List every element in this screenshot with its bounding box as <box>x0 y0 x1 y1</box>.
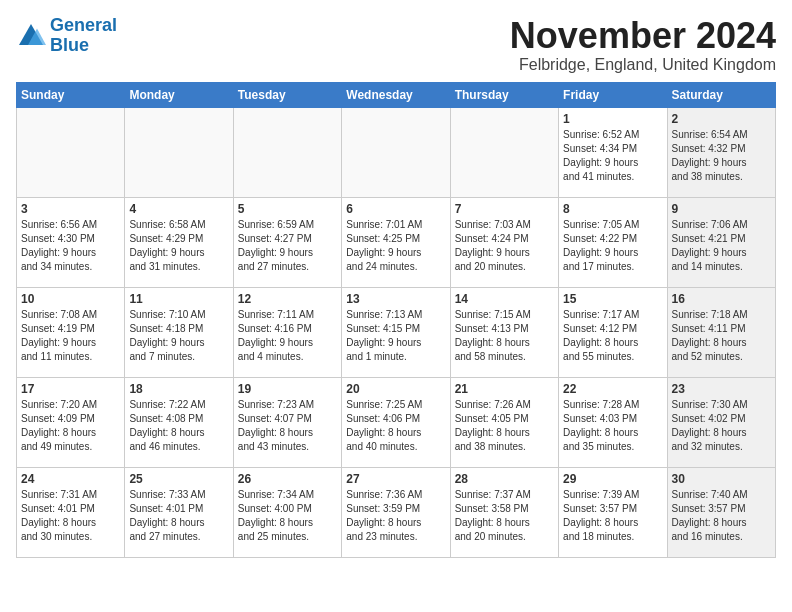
calendar-cell: 2Sunrise: 6:54 AM Sunset: 4:32 PM Daylig… <box>667 107 775 197</box>
calendar-cell: 8Sunrise: 7:05 AM Sunset: 4:22 PM Daylig… <box>559 197 667 287</box>
day-number: 6 <box>346 202 445 216</box>
calendar-cell: 29Sunrise: 7:39 AM Sunset: 3:57 PM Dayli… <box>559 467 667 557</box>
day-number: 5 <box>238 202 337 216</box>
day-number: 26 <box>238 472 337 486</box>
day-info: Sunrise: 7:11 AM Sunset: 4:16 PM Dayligh… <box>238 308 337 364</box>
week-row-0: 1Sunrise: 6:52 AM Sunset: 4:34 PM Daylig… <box>17 107 776 197</box>
day-number: 29 <box>563 472 662 486</box>
calendar-cell: 14Sunrise: 7:15 AM Sunset: 4:13 PM Dayli… <box>450 287 558 377</box>
day-number: 24 <box>21 472 120 486</box>
day-number: 14 <box>455 292 554 306</box>
day-number: 21 <box>455 382 554 396</box>
day-info: Sunrise: 7:20 AM Sunset: 4:09 PM Dayligh… <box>21 398 120 454</box>
day-info: Sunrise: 6:56 AM Sunset: 4:30 PM Dayligh… <box>21 218 120 274</box>
calendar-cell: 15Sunrise: 7:17 AM Sunset: 4:12 PM Dayli… <box>559 287 667 377</box>
day-number: 18 <box>129 382 228 396</box>
day-info: Sunrise: 6:54 AM Sunset: 4:32 PM Dayligh… <box>672 128 771 184</box>
day-number: 2 <box>672 112 771 126</box>
day-number: 1 <box>563 112 662 126</box>
calendar-cell: 13Sunrise: 7:13 AM Sunset: 4:15 PM Dayli… <box>342 287 450 377</box>
calendar-cell: 17Sunrise: 7:20 AM Sunset: 4:09 PM Dayli… <box>17 377 125 467</box>
day-number: 8 <box>563 202 662 216</box>
week-row-1: 3Sunrise: 6:56 AM Sunset: 4:30 PM Daylig… <box>17 197 776 287</box>
calendar-cell <box>125 107 233 197</box>
calendar-cell: 11Sunrise: 7:10 AM Sunset: 4:18 PM Dayli… <box>125 287 233 377</box>
calendar-cell: 4Sunrise: 6:58 AM Sunset: 4:29 PM Daylig… <box>125 197 233 287</box>
calendar-cell <box>233 107 341 197</box>
day-info: Sunrise: 6:52 AM Sunset: 4:34 PM Dayligh… <box>563 128 662 184</box>
calendar-cell: 7Sunrise: 7:03 AM Sunset: 4:24 PM Daylig… <box>450 197 558 287</box>
day-number: 27 <box>346 472 445 486</box>
day-header-wednesday: Wednesday <box>342 82 450 107</box>
calendar-cell: 9Sunrise: 7:06 AM Sunset: 4:21 PM Daylig… <box>667 197 775 287</box>
logo-line2: Blue <box>50 35 89 55</box>
day-info: Sunrise: 6:58 AM Sunset: 4:29 PM Dayligh… <box>129 218 228 274</box>
calendar-cell: 6Sunrise: 7:01 AM Sunset: 4:25 PM Daylig… <box>342 197 450 287</box>
calendar-cell: 5Sunrise: 6:59 AM Sunset: 4:27 PM Daylig… <box>233 197 341 287</box>
day-number: 10 <box>21 292 120 306</box>
day-info: Sunrise: 7:36 AM Sunset: 3:59 PM Dayligh… <box>346 488 445 544</box>
logo-line1: General <box>50 15 117 35</box>
page-header: General Blue November 2024 Felbridge, En… <box>16 16 776 74</box>
calendar-cell: 21Sunrise: 7:26 AM Sunset: 4:05 PM Dayli… <box>450 377 558 467</box>
day-info: Sunrise: 7:05 AM Sunset: 4:22 PM Dayligh… <box>563 218 662 274</box>
day-info: Sunrise: 7:18 AM Sunset: 4:11 PM Dayligh… <box>672 308 771 364</box>
day-info: Sunrise: 6:59 AM Sunset: 4:27 PM Dayligh… <box>238 218 337 274</box>
day-number: 3 <box>21 202 120 216</box>
day-info: Sunrise: 7:06 AM Sunset: 4:21 PM Dayligh… <box>672 218 771 274</box>
day-number: 25 <box>129 472 228 486</box>
day-number: 16 <box>672 292 771 306</box>
calendar-cell: 20Sunrise: 7:25 AM Sunset: 4:06 PM Dayli… <box>342 377 450 467</box>
calendar-cell: 30Sunrise: 7:40 AM Sunset: 3:57 PM Dayli… <box>667 467 775 557</box>
day-info: Sunrise: 7:25 AM Sunset: 4:06 PM Dayligh… <box>346 398 445 454</box>
day-info: Sunrise: 7:22 AM Sunset: 4:08 PM Dayligh… <box>129 398 228 454</box>
calendar-cell: 23Sunrise: 7:30 AM Sunset: 4:02 PM Dayli… <box>667 377 775 467</box>
day-info: Sunrise: 7:01 AM Sunset: 4:25 PM Dayligh… <box>346 218 445 274</box>
week-row-3: 17Sunrise: 7:20 AM Sunset: 4:09 PM Dayli… <box>17 377 776 467</box>
day-info: Sunrise: 7:30 AM Sunset: 4:02 PM Dayligh… <box>672 398 771 454</box>
day-number: 28 <box>455 472 554 486</box>
calendar-cell: 22Sunrise: 7:28 AM Sunset: 4:03 PM Dayli… <box>559 377 667 467</box>
day-number: 13 <box>346 292 445 306</box>
day-number: 20 <box>346 382 445 396</box>
day-info: Sunrise: 7:40 AM Sunset: 3:57 PM Dayligh… <box>672 488 771 544</box>
location: Felbridge, England, United Kingdom <box>510 56 776 74</box>
logo: General Blue <box>16 16 117 56</box>
calendar-cell: 1Sunrise: 6:52 AM Sunset: 4:34 PM Daylig… <box>559 107 667 197</box>
day-info: Sunrise: 7:23 AM Sunset: 4:07 PM Dayligh… <box>238 398 337 454</box>
day-number: 19 <box>238 382 337 396</box>
title-block: November 2024 Felbridge, England, United… <box>510 16 776 74</box>
day-number: 4 <box>129 202 228 216</box>
day-header-saturday: Saturday <box>667 82 775 107</box>
day-number: 22 <box>563 382 662 396</box>
logo-text: General Blue <box>50 16 117 56</box>
header-row: SundayMondayTuesdayWednesdayThursdayFrid… <box>17 82 776 107</box>
week-row-2: 10Sunrise: 7:08 AM Sunset: 4:19 PM Dayli… <box>17 287 776 377</box>
logo-icon <box>16 21 46 51</box>
calendar-cell <box>17 107 125 197</box>
calendar-cell: 28Sunrise: 7:37 AM Sunset: 3:58 PM Dayli… <box>450 467 558 557</box>
calendar-cell: 24Sunrise: 7:31 AM Sunset: 4:01 PM Dayli… <box>17 467 125 557</box>
day-header-sunday: Sunday <box>17 82 125 107</box>
day-info: Sunrise: 7:08 AM Sunset: 4:19 PM Dayligh… <box>21 308 120 364</box>
day-number: 23 <box>672 382 771 396</box>
week-row-4: 24Sunrise: 7:31 AM Sunset: 4:01 PM Dayli… <box>17 467 776 557</box>
day-info: Sunrise: 7:03 AM Sunset: 4:24 PM Dayligh… <box>455 218 554 274</box>
calendar-cell: 27Sunrise: 7:36 AM Sunset: 3:59 PM Dayli… <box>342 467 450 557</box>
calendar-cell: 18Sunrise: 7:22 AM Sunset: 4:08 PM Dayli… <box>125 377 233 467</box>
day-info: Sunrise: 7:33 AM Sunset: 4:01 PM Dayligh… <box>129 488 228 544</box>
day-number: 17 <box>21 382 120 396</box>
day-number: 9 <box>672 202 771 216</box>
calendar-cell: 12Sunrise: 7:11 AM Sunset: 4:16 PM Dayli… <box>233 287 341 377</box>
day-info: Sunrise: 7:13 AM Sunset: 4:15 PM Dayligh… <box>346 308 445 364</box>
day-info: Sunrise: 7:10 AM Sunset: 4:18 PM Dayligh… <box>129 308 228 364</box>
day-info: Sunrise: 7:15 AM Sunset: 4:13 PM Dayligh… <box>455 308 554 364</box>
day-header-monday: Monday <box>125 82 233 107</box>
day-info: Sunrise: 7:39 AM Sunset: 3:57 PM Dayligh… <box>563 488 662 544</box>
calendar-cell: 25Sunrise: 7:33 AM Sunset: 4:01 PM Dayli… <box>125 467 233 557</box>
calendar-cell: 10Sunrise: 7:08 AM Sunset: 4:19 PM Dayli… <box>17 287 125 377</box>
calendar-cell: 16Sunrise: 7:18 AM Sunset: 4:11 PM Dayli… <box>667 287 775 377</box>
calendar-cell: 3Sunrise: 6:56 AM Sunset: 4:30 PM Daylig… <box>17 197 125 287</box>
day-header-tuesday: Tuesday <box>233 82 341 107</box>
day-number: 7 <box>455 202 554 216</box>
